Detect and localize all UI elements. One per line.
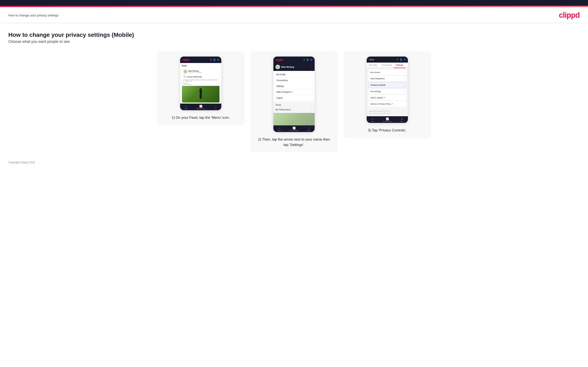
search-icon-2[interactable]: ⚲ xyxy=(303,58,305,61)
menu-item-logout[interactable]: Logout xyxy=(273,95,315,101)
app-nav-icons-1: ⚲ 👤 ⚙ xyxy=(210,58,219,61)
settings-item-privacy-label: Privacy Controls xyxy=(371,84,386,86)
settings-icon[interactable]: ⚙ xyxy=(217,58,219,61)
search-icon[interactable]: ⚲ xyxy=(210,58,212,61)
back-button[interactable]: ‹ Back xyxy=(369,59,374,61)
menu-overlay: B Blair McHarg ⌃ My Profile Connections … xyxy=(273,63,315,125)
bottom-nav-home-3[interactable]: ⌂ Home xyxy=(371,117,374,122)
chevron-right-icon-2: › xyxy=(404,78,404,80)
steps-row: clippd ⚲ 👤 ⚙ Feed B Blair McHarg xyxy=(8,51,580,152)
menu-username: Blair McHarg xyxy=(281,66,294,68)
app-logo-1: clippd xyxy=(182,58,190,61)
feed-post: B Blair McHarg Yesterday · Sunningdale 📋… xyxy=(182,68,220,103)
settings-item-mygolfbag[interactable]: My Golf Bag › xyxy=(368,89,406,94)
menu-section-home[interactable]: Home ⌄ xyxy=(273,102,315,107)
feed-user-info: Blair McHarg Yesterday · Sunningdale xyxy=(189,70,202,73)
bottom-nav-3: ⌂ Home 📈 My Performance ≡ Menu xyxy=(367,116,408,123)
user-icon-3[interactable]: 👤 xyxy=(399,58,402,61)
bottom-nav-close[interactable]: ✕ Menu xyxy=(307,127,310,131)
settings-item-myaccount[interactable]: My Account › xyxy=(368,70,406,75)
feed-lesson-row: 📋 Lesson with Fordy xyxy=(182,75,219,79)
svg-rect-5 xyxy=(200,95,202,99)
user-icon[interactable]: 👤 xyxy=(213,58,216,61)
golfer-silhouette xyxy=(197,88,205,102)
menu-label: Menu xyxy=(214,108,217,109)
settings-icon-2[interactable]: ⚙ xyxy=(311,58,312,61)
feed-post-header: B Blair McHarg Yesterday · Sunningdale xyxy=(182,68,219,75)
close-icon: ✕ xyxy=(308,127,310,130)
menu-section-performance-label: My Performance xyxy=(276,108,291,111)
menu-item-myprofile[interactable]: My Profile xyxy=(273,72,315,78)
feed-image xyxy=(182,86,219,102)
svg-point-0 xyxy=(200,88,202,90)
menu-section-performance[interactable]: My Performance ⌄ xyxy=(273,107,315,112)
step-1-caption: 1) On your Feed, tap the 'Menu' icon. xyxy=(172,115,230,120)
tab-connections[interactable]: Connections xyxy=(379,63,394,68)
logo: clippd xyxy=(559,11,580,20)
performance-icon-3: 📈 xyxy=(386,117,389,120)
step-1-card: clippd ⚲ 👤 ⚙ Feed B Blair McHarg xyxy=(157,51,244,125)
settings-nav: ‹ Back ⚲ 👤 ⚙ xyxy=(367,57,408,63)
menu-items: My Profile Connections Settings Help & S… xyxy=(273,71,315,102)
user-icon-2[interactable]: 👤 xyxy=(306,58,309,61)
search-icon-3[interactable]: ⚲ xyxy=(397,58,398,61)
step-2-card: clippd ⚲ 👤 ⚙ B Blair McHarg xyxy=(250,51,338,152)
app-nav-icons-2: ⚲ 👤 ⚙ xyxy=(303,58,312,61)
lesson-title: Lesson with Fordy xyxy=(187,76,202,78)
bottom-nav-home[interactable]: ⌂ Home xyxy=(184,105,188,109)
performance-label: My Performance xyxy=(196,108,205,109)
bottom-nav-menu[interactable]: ≡ Menu xyxy=(214,105,217,109)
menu-item-settings[interactable]: Settings xyxy=(273,83,315,89)
menu-chevron-up[interactable]: ⌃ xyxy=(311,66,312,68)
menu-user-left: B Blair McHarg xyxy=(276,65,294,69)
tab-myprofile[interactable]: My Profile xyxy=(367,63,379,68)
bottom-nav-1: ⌂ Home 📈 My Performance ≡ Menu xyxy=(180,104,221,110)
menu-user-row: B Blair McHarg ⌃ xyxy=(273,63,315,71)
svg-line-6 xyxy=(197,91,199,99)
feed-label: Feed xyxy=(182,65,220,67)
bottom-nav-home-2[interactable]: ⌂ Home xyxy=(277,127,281,131)
chevron-right-icon: › xyxy=(404,71,404,73)
phone-3-mockup: ‹ Back ⚲ 👤 ⚙ My Profile Connections Sett… xyxy=(366,56,408,123)
tab-settings[interactable]: Settings xyxy=(394,63,405,68)
bottom-nav-performance-2[interactable]: 📈 My Performance xyxy=(289,127,299,131)
app-logo-2: clippd xyxy=(276,58,283,61)
step-3-caption: 3) Tap 'Privacy Controls'. xyxy=(368,128,407,133)
settings-icon-3[interactable]: ⚙ xyxy=(404,58,406,61)
performance-label-2: My Performance xyxy=(289,130,299,131)
page-heading: How to change your privacy settings (Mob… xyxy=(8,32,580,38)
phone-2-mockup: clippd ⚲ 👤 ⚙ B Blair McHarg xyxy=(273,56,315,132)
chevron-right-icon-4: › xyxy=(404,91,404,92)
phone-1-mockup: clippd ⚲ 👤 ⚙ Feed B Blair McHarg xyxy=(180,56,222,110)
settings-item-privacy-policy-label: Service & Privacy Policy ↗ xyxy=(370,103,393,105)
feed-duration: Duration01 hr : 30 min xyxy=(182,82,219,86)
settings-item-privacy[interactable]: Privacy Controls › xyxy=(368,82,406,88)
menu-item-help[interactable]: Help & Support ↗ xyxy=(273,89,315,95)
settings-item-dataintegrations[interactable]: Data Integrations › xyxy=(368,76,406,81)
menu-item-connections[interactable]: Connections xyxy=(273,78,315,83)
settings-item-helpsupport[interactable]: Help & Support ↗ xyxy=(368,95,406,100)
bottom-nav-2: ⌂ Home 📈 My Performance ✕ Menu xyxy=(273,125,315,132)
feed-username: Blair McHarg xyxy=(189,70,202,72)
copyright: Copyright Clippd 2022 xyxy=(8,161,35,164)
bottom-nav-performance-3[interactable]: 📈 My Performance xyxy=(383,117,392,122)
settings-item-mygolfbag-label: My Golf Bag xyxy=(370,91,381,92)
home-label-2: Home xyxy=(277,130,281,131)
page-subheading: Choose what you want people to see xyxy=(8,40,580,44)
settings-tabs: My Profile Connections Settings xyxy=(367,63,408,68)
home-label: Home xyxy=(184,108,188,109)
settings-item-helpsupport-label: Help & Support ↗ xyxy=(370,97,385,99)
step-3-card: ‹ Back ⚲ 👤 ⚙ My Profile Connections Sett… xyxy=(344,51,431,138)
bottom-nav-menu-3[interactable]: ≡ Menu xyxy=(400,117,404,122)
settings-item-privacy-policy[interactable]: Service & Privacy Policy ↗ xyxy=(368,101,406,107)
app-nav-icons-3: ⚲ 👤 ⚙ xyxy=(397,58,406,61)
bottom-nav-performance[interactable]: 📈 My Performance xyxy=(196,105,205,109)
home-icon-2: ⌂ xyxy=(279,127,280,130)
menu-section-home-label: Home xyxy=(276,104,281,106)
chevron-right-icon-3: › xyxy=(403,84,404,86)
step-2-caption: 2) Then, tap the arrow next to your name… xyxy=(255,137,333,147)
home-label-3: Home xyxy=(371,121,374,122)
close-label: Menu xyxy=(307,130,310,131)
chevron-down-icon-2: ⌄ xyxy=(311,109,312,111)
settings-screen: My Account › Data Integrations › Privacy… xyxy=(367,68,408,116)
